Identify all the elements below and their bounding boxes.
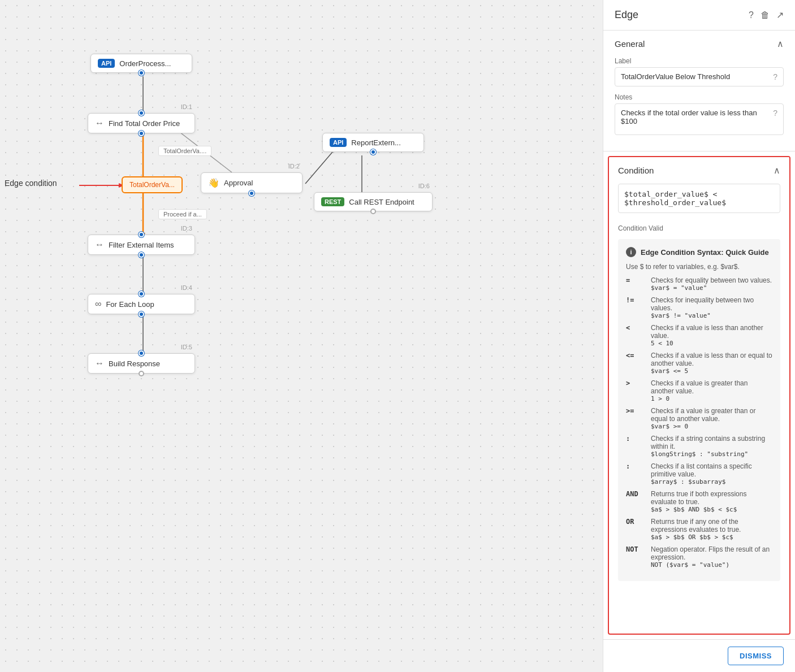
panel-header-icons: ? 🗑 ↗ [749, 10, 784, 20]
connector-bottom [139, 311, 144, 317]
guide-desc: Checks for equality between two values. [651, 276, 772, 284]
guide-row: = Checks for equality between two values… [626, 276, 772, 292]
condition-collapse-icon[interactable]: ∧ [774, 165, 780, 176]
node-find-total[interactable]: ID:1 ↔ Find Total Order Price [88, 113, 195, 133]
guide-example: 5 < 10 [651, 340, 772, 347]
guide-example: 1 > 0 [651, 395, 772, 402]
edge-condition-annotation: Edge condition [5, 179, 57, 188]
node-label: OrderProcess... [119, 59, 171, 68]
guide-example: $a$ > $b$ OR $b$ > $c$ [651, 534, 772, 541]
guide-op: = [626, 276, 646, 292]
connector-bottom [139, 252, 144, 258]
quick-guide-description: Use $ to refer to variables, e.g. $var$. [626, 263, 772, 271]
guide-desc: Negation operator. Flips the result of a… [651, 545, 772, 561]
help-notes-icon: ? [773, 109, 777, 118]
delete-icon[interactable]: 🗑 [761, 10, 770, 20]
node-filter-external[interactable]: ID:3 ↔ Filter External Items [88, 235, 195, 255]
guide-row: <= Checks if a value is less than or equ… [626, 352, 772, 375]
guide-op: != [626, 296, 646, 319]
node-approval[interactable]: ID:2 👋 Approval [201, 172, 303, 193]
connector-bottom [249, 190, 254, 196]
notes-field-input[interactable]: Checks if the total order value is less … [615, 103, 784, 135]
node-id: ID:6 [418, 183, 430, 189]
guide-op: >= [626, 407, 646, 430]
guide-example: $var$ != "value" [651, 312, 772, 319]
hand-icon: 👋 [208, 177, 219, 188]
guide-example: $var$ = "value" [651, 284, 772, 292]
node-id: ID:2 [288, 163, 300, 170]
help-icon[interactable]: ? [749, 10, 754, 20]
condition-textarea[interactable] [618, 184, 780, 213]
condition-input-area [609, 184, 789, 222]
guide-op: : [626, 462, 646, 485]
guide-table: = Checks for equality between two values… [626, 276, 772, 569]
guide-example: NOT ($var$ = "value") [651, 561, 772, 569]
guide-op: > [626, 379, 646, 402]
api-badge: API [98, 59, 115, 68]
guide-desc-block: Checks if a value is greater than anothe… [651, 379, 772, 402]
guide-row: < Checks if a value is less than another… [626, 324, 772, 347]
label-field-group: Label TotalOrderValue Below Threshold ? [615, 57, 784, 86]
rest-badge: REST [321, 197, 344, 206]
loop-icon: ∞ [95, 299, 101, 309]
node-build-response[interactable]: ID:5 ↔ Build Response [88, 353, 195, 374]
guide-desc-block: Checks if a value is greater than or equ… [651, 407, 772, 430]
node-label: Approval [224, 179, 253, 187]
guide-row: OR Returns true if any one of the expres… [626, 518, 772, 541]
connector-top [139, 291, 144, 297]
node-label: Build Response [109, 359, 160, 368]
node-order-process[interactable]: API OrderProcess... [90, 54, 192, 73]
node-id: ID:1 [181, 103, 192, 110]
canvas-svg [0, 0, 603, 672]
connector-bottom [139, 70, 144, 76]
edge-label-total: TotalOrderVa.... [158, 146, 211, 156]
guide-row: : Checks if a list contains a specific p… [626, 462, 772, 485]
guide-desc-block: Checks if a list contains a specific pri… [651, 462, 772, 485]
condition-section: Condition ∧ Condition Valid i Edge Condi… [608, 156, 790, 635]
panel-title: Edge [615, 9, 638, 21]
guide-desc: Checks for inequality between two values… [651, 296, 772, 312]
annotation-label: Edge condition [5, 179, 57, 188]
notes-field-group: Notes Checks if the total order value is… [615, 93, 784, 135]
guide-desc-block: Checks for inequality between two values… [651, 296, 772, 319]
guide-desc: Returns true if any one of the expressio… [651, 518, 772, 534]
node-label: Filter External Items [109, 241, 174, 249]
quick-guide-title: Edge Condition Syntax: Quick Guide [641, 248, 769, 257]
guide-desc: Checks if a value is less than or equal … [651, 352, 772, 367]
label-field-input[interactable]: TotalOrderValue Below Threshold ? [615, 67, 784, 86]
condition-valid-text: Condition Valid [609, 222, 789, 239]
guide-row: >= Checks if a value is greater than or … [626, 407, 772, 430]
help-field-icon: ? [773, 72, 777, 81]
node-id: ID:4 [181, 284, 192, 291]
connector-bottom [139, 131, 144, 136]
guide-desc: Checks if a value is greater than or equ… [651, 407, 772, 423]
guide-desc-block: Checks if a string contains a substring … [651, 435, 772, 458]
build-icon: ↔ [95, 358, 104, 368]
guide-desc-block: Checks for equality between two values. … [651, 276, 772, 292]
node-label: For Each Loop [106, 300, 154, 309]
connector-bottom [370, 149, 376, 155]
guide-desc-block: Checks if a value is less than or equal … [651, 352, 772, 375]
guide-desc: Checks if a string contains a substring … [651, 435, 772, 450]
connector-bottom [370, 209, 376, 214]
guide-row: != Checks for inequality between two val… [626, 296, 772, 319]
guide-row: NOT Negation operator. Flips the result … [626, 545, 772, 569]
node-for-each[interactable]: ID:4 ∞ For Each Loop [88, 294, 195, 314]
label-field-label: Label [615, 57, 784, 65]
guide-desc-block: Checks if a value is less than another v… [651, 324, 772, 347]
general-section: General ∧ Label TotalOrderValue Below Th… [603, 31, 795, 151]
panel-header: Edge ? 🗑 ↗ [603, 0, 795, 31]
edge-condition-node[interactable]: TotalOrderVa... [122, 176, 183, 193]
dismiss-button[interactable]: DISMISS [728, 647, 784, 665]
canvas: Edge condition API OrderProcess... ID:1 … [0, 0, 603, 672]
label-field-value: TotalOrderValue Below Threshold [621, 72, 730, 81]
guide-op: AND [626, 490, 646, 513]
node-id: ID:3 [181, 225, 192, 232]
node-call-rest[interactable]: ID:6 REST Call REST Endpoint [314, 192, 433, 211]
guide-row: > Checks if a value is greater than anot… [626, 379, 772, 402]
general-collapse-icon[interactable]: ∧ [777, 38, 784, 49]
guide-op: : [626, 435, 646, 458]
panel-scroll: General ∧ Label TotalOrderValue Below Th… [603, 31, 795, 639]
node-report-extern[interactable]: API ReportExtern... [322, 133, 424, 152]
expand-icon[interactable]: ↗ [776, 10, 784, 20]
